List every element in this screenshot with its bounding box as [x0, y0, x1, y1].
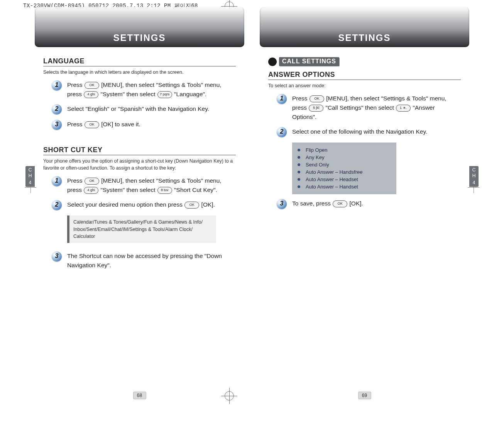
section-language-title: LANGUAGE [43, 57, 85, 65]
ok-key-icon: OK [85, 121, 99, 128]
lang-step-1-text: Press OK [MENU], then select "Settings &… [67, 80, 229, 99]
shortcut-step-3: 3 The Shortcut can now be accessed by pr… [52, 251, 236, 270]
answer-options-list: Flip Open Any Key Send Only Auto Answer … [292, 143, 396, 194]
ok-key-icon: OK [85, 178, 99, 185]
page-left: SETTINGS C H 4 LANGUAGE Selects the lang… [35, 7, 244, 382]
step-number-icon: 3 [277, 199, 287, 209]
page-number-left: 68 [133, 392, 146, 399]
lang-step-2: 2 Select "English" or "Spanish" with the… [52, 104, 236, 114]
chapter-tab-ch: C H [25, 167, 35, 178]
bullet-icon [298, 163, 300, 166]
bullet-icon [298, 171, 300, 173]
shortcut-options-note: Calendar/Tunes & Tones/Gallery/Fun & Gam… [67, 215, 216, 243]
seven-key-icon: 7 pqrs [157, 91, 172, 98]
section-answer-heading: ANSWER OPTIONS [268, 71, 461, 80]
list-item: Flip Open [292, 146, 396, 154]
answer-step-3: 3 To save, press OK [OK]. [277, 199, 461, 209]
call-settings-heading: CALL SETTINGS [268, 57, 339, 66]
list-item: Any Key [292, 154, 396, 161]
lang-step-2-text: Select "English" or "Spanish" with the N… [67, 104, 209, 114]
ok-key-icon: OK [85, 82, 99, 89]
section-shortcut-heading: SHORT CUT KEY [43, 146, 236, 155]
step-number-icon: 2 [277, 127, 287, 137]
chapter-tab-right: C H 4 [469, 166, 479, 187]
four-key-icon: 4 ghi [84, 187, 98, 194]
banner-title-right: SETTINGS [338, 32, 391, 43]
ok-key-icon: OK [310, 95, 324, 102]
shortcut-step-1-text: Press OK [MENU], then select "Settings &… [67, 176, 229, 195]
section-language-heading: LANGUAGE [43, 57, 236, 66]
page-spread: SETTINGS C H 4 LANGUAGE Selects the lang… [35, 7, 469, 382]
one-key-icon: 1 ∗. [396, 105, 411, 112]
step-number-icon: 2 [52, 200, 62, 210]
chapter-tab-ch: C H [469, 167, 479, 178]
step-number-icon: 3 [52, 251, 62, 261]
step-number-icon: 1 [52, 80, 62, 90]
shortcut-step-1: 1 Press OK [MENU], then select "Settings… [52, 176, 236, 195]
section-language-intro: Selects the language in which letters ar… [43, 69, 236, 76]
section-shortcut-title: SHORT CUT KEY [43, 146, 103, 154]
section-answer-title: ANSWER OPTIONS [268, 71, 335, 78]
answer-step-2-text: Select one of the following with the Nav… [292, 127, 427, 136]
ok-key-icon: OK [184, 202, 199, 209]
banner-right: SETTINGS [260, 7, 469, 47]
four-key-icon: 4 ghi [84, 91, 98, 98]
chapter-tab-num: 4 [469, 180, 479, 185]
list-item: Auto Answer – Handset [292, 183, 396, 190]
shortcut-step-2: 2 Select your desired menu option then p… [52, 200, 236, 210]
answer-step-1: 1 Press OK [MENU], then select "Settings… [277, 94, 461, 122]
registration-mark-bottom [225, 391, 234, 400]
answer-step-2: 2 Select one of the following with the N… [277, 127, 461, 137]
bullet-icon [298, 185, 300, 188]
lang-step-1: 1 Press OK [MENU], then select "Settings… [52, 80, 236, 99]
lang-step-3-text: Press OK [OK] to save it. [67, 120, 140, 129]
shortcut-step-2-text: Select your desired menu option then pre… [67, 200, 215, 209]
shortcut-step-3-text: The Shortcut can now be accessed by pres… [67, 251, 229, 270]
answer-step-1-text: Press OK [MENU], then select "Settings &… [292, 94, 454, 122]
call-settings-label: CALL SETTINGS [279, 57, 339, 66]
list-item: Send Only [292, 161, 396, 168]
banner-title-left: SETTINGS [113, 32, 166, 43]
step-number-icon: 3 [52, 120, 62, 130]
banner-left: SETTINGS [35, 7, 244, 47]
bullet-icon [298, 178, 300, 181]
body-right: CALL SETTINGS ANSWER OPTIONS To select a… [268, 57, 461, 214]
step-number-icon: 1 [277, 94, 287, 104]
chapter-tab-left: C H 4 [25, 166, 35, 187]
bullet-icon [298, 149, 300, 151]
section-shortcut-intro: Your phone offers you the option of assi… [43, 158, 236, 171]
lang-step-3: 3 Press OK [OK] to save it. [52, 120, 236, 130]
body-left: LANGUAGE Selects the language in which l… [43, 57, 236, 275]
page-number-right: 69 [358, 392, 371, 399]
chapter-tab-num: 4 [25, 180, 35, 185]
answer-step-3-text: To save, press OK [OK]. [292, 199, 363, 208]
bullet-icon [298, 156, 300, 159]
eight-key-icon: 8 tuv [157, 187, 172, 194]
five-key-icon: 5 jkl [309, 105, 323, 112]
bullet-icon [268, 58, 277, 66]
list-item: Auto Answer – Handsfree [292, 168, 396, 176]
step-number-icon: 2 [52, 104, 62, 114]
page-right: SETTINGS C H 4 CALL SETTINGS ANSWER OPTI… [260, 7, 469, 382]
step-number-icon: 1 [52, 176, 62, 186]
section-answer-intro: To select an answer mode: [268, 82, 461, 89]
ok-key-icon: OK [333, 200, 347, 207]
list-item: Auto Answer – Headset [292, 176, 396, 183]
